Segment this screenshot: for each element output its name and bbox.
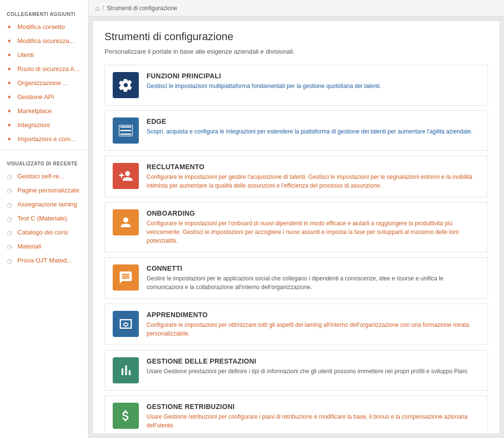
- sidebar-item-label: Integrazioni: [17, 121, 50, 129]
- card-desc-gestione-retribuzioni: Usare Gestione retribuzioni per configur…: [147, 412, 480, 430]
- card-icon-apprendimento: [113, 311, 139, 337]
- sidebar-pinned-item[interactable]: ✦ Modifica sicurezza...: [0, 34, 88, 48]
- card-funzioni-principali[interactable]: FUNZIONI PRINCIPALI Gestisci le impostaz…: [104, 65, 488, 105]
- sidebar-divider-1: [0, 150, 88, 150]
- sidebar-item-label: Materiali: [17, 243, 41, 250]
- sidebar-recent-item[interactable]: ◷ Materiali: [0, 239, 88, 253]
- card-reclutamento[interactable]: RECLUTAMENTO Configurare le impostazioni…: [104, 156, 488, 197]
- card-icon-edge: [113, 117, 139, 144]
- card-body-gestione-prestazioni: GESTIONE DELLE PRESTAZIONI Usare Gestion…: [147, 357, 480, 376]
- pin-icon: ✦: [7, 52, 14, 58]
- sidebar-item-label: Organizzazione ...: [17, 79, 68, 87]
- pin-icon: ✦: [7, 66, 14, 73]
- sidebar-item-label: Catalogo dei corsi: [17, 229, 68, 236]
- card-desc-reclutamento: Configurare le impostazioni per gestire …: [147, 173, 480, 190]
- sidebar-recent-item[interactable]: ◷ Prova OJT Mated...: [0, 253, 88, 267]
- card-desc-gestione-prestazioni: Usare Gestione prestazioni per definire …: [147, 367, 480, 376]
- recent-items-list: ◷ Gestisci self-re... ◷ Pagine personali…: [0, 169, 88, 267]
- pin-icon: ✦: [7, 38, 14, 44]
- card-title-apprendimento: APPRENDIMENTO: [147, 311, 480, 319]
- sidebar-pinned-item[interactable]: ✦ Importazioni e commissioni...: [0, 132, 88, 146]
- sidebar-pinned-item[interactable]: ✦ Gestione API: [0, 90, 88, 104]
- card-icon-onboarding: [113, 209, 139, 235]
- card-desc-funzioni-principali: Gestisci le impostazioni multipiattaform…: [147, 82, 480, 90]
- sidebar-item-label: Marketplace: [17, 107, 52, 115]
- sidebar-item-label: Importazioni e commissioni...: [17, 135, 81, 143]
- card-icon-gestione-retribuzioni: [113, 403, 139, 429]
- card-onboarding[interactable]: ONBOARDING Configurare le impostazioni p…: [104, 202, 488, 252]
- breadcrumb-bar: ⌂ / Strumenti di configurazione: [89, 0, 504, 16]
- sidebar-item-label: Test C (Materiale): [17, 215, 67, 222]
- card-icon-reclutamento: [113, 163, 139, 189]
- cards-container: FUNZIONI PRINCIPALI Gestisci le impostaz…: [104, 65, 488, 434]
- card-icon-connetti: [113, 264, 139, 291]
- main-area: ⌂ / Strumenti di configurazione Strument…: [89, 0, 504, 438]
- card-desc-connetti: Gestire le impostazioni per le applicazi…: [147, 274, 480, 292]
- page-subtitle: Personalizzare il portale in base alle e…: [104, 48, 488, 55]
- sidebar-item-label: Gestione API: [17, 93, 54, 101]
- sidebar-item-label: Modifica corsetto: [17, 23, 65, 30]
- sidebar-item-label: Modifica sicurezza...: [17, 37, 74, 44]
- recent-icon: ◷: [7, 257, 14, 264]
- recent-icon: ◷: [7, 215, 14, 222]
- card-title-reclutamento: RECLUTAMENTO: [147, 163, 480, 171]
- sidebar-recent-item[interactable]: ◷ Assegnazione laming: [0, 197, 88, 211]
- content-area: Strumenti di configurazione Personalizza…: [92, 20, 500, 434]
- recent-icon: ◷: [7, 243, 14, 250]
- card-body-onboarding: ONBOARDING Configurare le impostazioni p…: [147, 209, 480, 245]
- sidebar-recent-item[interactable]: ◷ Test C (Materiale): [0, 211, 88, 225]
- sidebar-section-collegamenti: COLLEGAMENTI AGGIUNTI: [0, 5, 88, 20]
- card-desc-apprendimento: Configurare le impostazioni per ottimizz…: [147, 321, 480, 338]
- card-body-reclutamento: RECLUTAMENTO Configurare le impostazioni…: [147, 163, 480, 190]
- page-title: Strumenti di configurazione: [104, 30, 488, 43]
- recent-icon: ◷: [7, 229, 14, 236]
- card-title-edge: EDGE: [147, 117, 480, 125]
- sidebar: COLLEGAMENTI AGGIUNTI ✦ Modifica corsett…: [0, 0, 89, 438]
- card-desc-onboarding: Configurare le impostazioni per l'onboar…: [147, 219, 480, 245]
- sidebar-item-label: Assegnazione laming: [17, 201, 77, 208]
- card-icon-funzioni-principali: [113, 72, 139, 98]
- card-gestione-retribuzioni[interactable]: GESTIONE RETRIBUZIONI Usare Gestione ret…: [104, 395, 488, 434]
- card-body-connetti: CONNETTI Gestire le impostazioni per le …: [147, 264, 480, 292]
- pin-icon: ✦: [7, 80, 14, 87]
- recent-icon: ◷: [7, 187, 14, 194]
- card-body-funzioni-principali: FUNZIONI PRINCIPALI Gestisci le impostaz…: [147, 72, 480, 90]
- breadcrumb-home-icon[interactable]: ⌂: [95, 4, 99, 12]
- sidebar-recent-item[interactable]: ◷ Catalogo dei corsi: [0, 225, 88, 239]
- sidebar-recent-item[interactable]: ◷ Gestisci self-re...: [0, 169, 88, 183]
- pin-icon: ✦: [7, 108, 14, 115]
- sidebar-pinned-item[interactable]: ✦ Utenti: [0, 48, 88, 62]
- sidebar-pinned-item[interactable]: ✦ Integrazioni: [0, 118, 88, 132]
- pin-icon: ✦: [7, 94, 14, 101]
- sidebar-section-recenti: VISUALIZZATO DI RECENTE: [0, 154, 88, 169]
- recent-icon: ◷: [7, 173, 14, 180]
- card-apprendimento[interactable]: APPRENDIMENTO Configurare le impostazion…: [104, 304, 488, 345]
- sidebar-pinned-item[interactable]: ✦ Ruolo di sicurezza A...: [0, 62, 88, 76]
- card-body-apprendimento: APPRENDIMENTO Configurare le impostazion…: [147, 311, 480, 338]
- sidebar-recent-item[interactable]: ◷ Pagine personalizzate: [0, 183, 88, 197]
- sidebar-pinned-item[interactable]: ✦ Marketplace: [0, 104, 88, 118]
- card-edge[interactable]: EDGE Scopri, acquista e configura le int…: [104, 110, 488, 151]
- sidebar-item-label: Prova OJT Mated...: [17, 257, 72, 264]
- card-title-connetti: CONNETTI: [147, 264, 480, 272]
- card-title-funzioni-principali: FUNZIONI PRINCIPALI: [147, 72, 480, 80]
- card-title-gestione-prestazioni: GESTIONE DELLE PRESTAZIONI: [147, 357, 480, 365]
- card-gestione-prestazioni[interactable]: GESTIONE DELLE PRESTAZIONI Usare Gestion…: [104, 350, 488, 391]
- sidebar-item-label: Pagine personalizzate: [17, 187, 79, 194]
- pin-icon: ✦: [7, 136, 14, 143]
- card-body-gestione-retribuzioni: GESTIONE RETRIBUZIONI Usare Gestione ret…: [147, 403, 480, 430]
- sidebar-pinned-item[interactable]: ✦ Organizzazione ...: [0, 76, 88, 90]
- pin-icon: ✦: [7, 24, 14, 30]
- card-connetti[interactable]: CONNETTI Gestire le impostazioni per le …: [104, 257, 488, 299]
- breadcrumb-separator: /: [102, 5, 104, 12]
- card-icon-gestione-prestazioni: [113, 357, 139, 383]
- recent-icon: ◷: [7, 201, 14, 208]
- sidebar-pinned-item[interactable]: ✦ Modifica corsetto: [0, 20, 88, 34]
- card-title-gestione-retribuzioni: GESTIONE RETRIBUZIONI: [147, 403, 480, 410]
- sidebar-item-label: Ruolo di sicurezza A...: [17, 65, 80, 73]
- breadcrumb-current: Strumenti di configurazione: [107, 5, 177, 12]
- pinned-items-list: ✦ Modifica corsetto ✦ Modifica sicurezza…: [0, 20, 88, 146]
- sidebar-item-label: Utenti: [17, 51, 34, 58]
- card-title-onboarding: ONBOARDING: [147, 209, 480, 217]
- sidebar-item-label: Gestisci self-re...: [17, 173, 64, 180]
